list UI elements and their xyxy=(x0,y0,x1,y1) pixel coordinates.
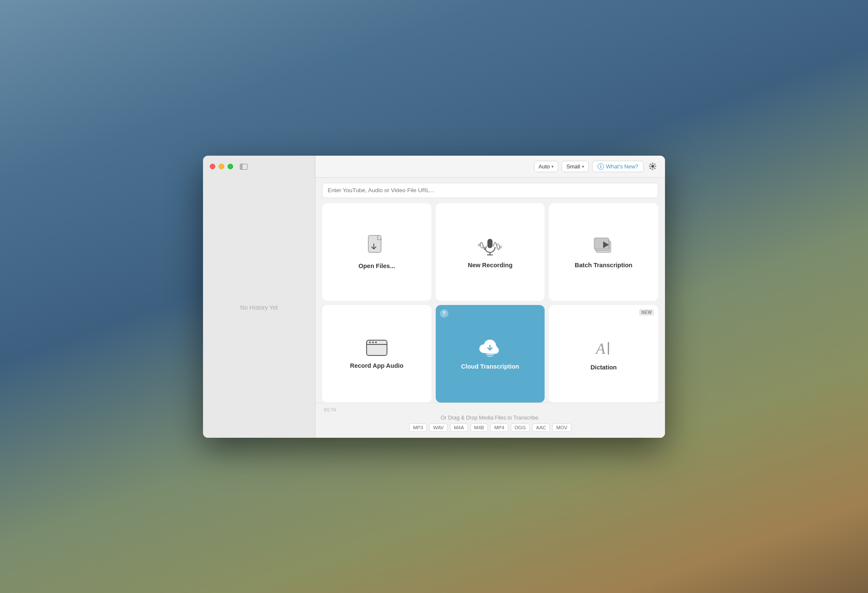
open-files-label: Open Files... xyxy=(359,263,395,269)
size-dropdown[interactable]: Small ▾ xyxy=(562,161,589,172)
file-download-icon xyxy=(367,235,387,257)
settings-button[interactable] xyxy=(647,161,658,172)
app-window: No History Yet Auto ▾ Small ▾ i What's N… xyxy=(203,156,665,438)
sidebar: No History Yet xyxy=(203,156,315,438)
svg-point-11 xyxy=(369,341,371,343)
format-tags: MP3 WAV M4A M4B MP4 OGG AAC MOV xyxy=(409,423,571,432)
svg-text:A: A xyxy=(595,340,606,357)
record-app-audio-label: Record App Audio xyxy=(350,362,403,369)
chevron-down-icon: ▾ xyxy=(582,164,584,169)
whats-new-button[interactable]: i What's New? xyxy=(592,161,644,172)
batch-transcription-label: Batch Transcription xyxy=(575,262,632,269)
search-area xyxy=(315,178,665,203)
format-ogg: OGG xyxy=(511,423,530,432)
new-recording-card[interactable]: New Recording xyxy=(436,203,545,301)
cloud-icon xyxy=(477,338,503,358)
chevron-down-icon: ▾ xyxy=(551,164,554,169)
svg-point-13 xyxy=(375,341,377,343)
batch-icon xyxy=(593,235,614,257)
beta-label: BETA xyxy=(324,407,337,412)
svg-rect-1 xyxy=(368,235,381,252)
format-mp3: MP3 xyxy=(409,423,427,432)
main-titlebar: Auto ▾ Small ▾ i What's New? xyxy=(315,156,665,178)
sidebar-toggle-button[interactable] xyxy=(240,164,248,170)
dictation-label: Dictation xyxy=(590,364,617,371)
sidebar-titlebar xyxy=(203,156,315,178)
format-aac: AAC xyxy=(532,423,550,432)
open-files-card[interactable]: Open Files... xyxy=(322,203,431,301)
traffic-light-maximize[interactable] xyxy=(228,164,233,169)
traffic-light-minimize[interactable] xyxy=(219,164,224,169)
record-app-audio-card[interactable]: Record App Audio xyxy=(322,305,431,403)
format-m4b: M4B xyxy=(470,423,488,432)
traffic-light-close[interactable] xyxy=(210,164,215,169)
svg-point-12 xyxy=(372,341,374,343)
main-panel: Auto ▾ Small ▾ i What's New? xyxy=(315,156,665,438)
drag-drop-text: Or Drag & Drop Media Files to Transcribe… xyxy=(441,415,540,421)
format-m4a: M4A xyxy=(450,423,468,432)
format-mov: MOV xyxy=(552,423,571,432)
no-history-label: No History Yet xyxy=(203,178,315,438)
gear-icon xyxy=(649,162,657,170)
info-icon: i xyxy=(598,163,604,170)
format-wav: WAV xyxy=(429,423,448,432)
cloud-transcription-card[interactable]: ? Cloud T xyxy=(436,305,545,403)
svg-rect-20 xyxy=(608,342,609,355)
microphone-waves-icon xyxy=(477,235,503,257)
cloud-transcription-label: Cloud Transcription xyxy=(461,363,519,370)
dictation-card[interactable]: NEW A Dictation xyxy=(549,305,658,403)
new-badge: NEW xyxy=(639,309,654,316)
format-mp4: MP4 xyxy=(490,423,508,432)
question-badge[interactable]: ? xyxy=(440,309,448,318)
dictation-icon: A xyxy=(593,337,615,359)
url-search-input[interactable] xyxy=(322,183,658,198)
batch-transcription-card[interactable]: Batch Transcription xyxy=(549,203,658,301)
cards-grid: Open Files... xyxy=(315,203,665,403)
auto-dropdown[interactable]: Auto ▾ xyxy=(534,161,559,172)
app-window-icon xyxy=(366,338,388,357)
bottom-bar: BETA Or Drag & Drop Media Files to Trans… xyxy=(315,403,665,438)
new-recording-label: New Recording xyxy=(468,262,513,269)
svg-rect-2 xyxy=(487,239,492,248)
